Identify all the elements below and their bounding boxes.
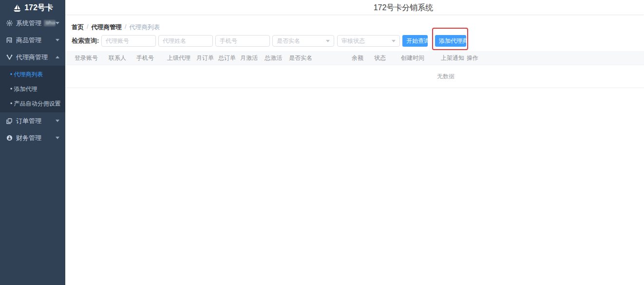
chevron-down-icon (56, 120, 59, 122)
realname-select[interactable]: 是否实名 (272, 35, 334, 47)
column-header: 上架通知 (441, 51, 464, 65)
sailboat-logo-icon (12, 3, 22, 13)
app-logo: 172号卡 (0, 0, 65, 15)
sidebar-item-finance[interactable]: 财务管理 (0, 129, 65, 146)
column-header: 操作 (467, 51, 478, 65)
column-header: 余额 (352, 51, 363, 65)
breadcrumb-separator: / (87, 23, 88, 32)
submenu-item-label: 代理商列表 (10, 71, 43, 79)
sidebar-item-system[interactable]: 系统管理 0/home (0, 15, 65, 32)
chevron-down-icon (326, 40, 330, 42)
table-bottom-divider (65, 88, 644, 88)
window: 172号卡 系统管理 0/home (0, 0, 644, 285)
agent-name-input[interactable] (158, 35, 213, 47)
table-header-row: 登录账号 联系人 手机号 上级代理 月订单 总订单 月激活 总激活 是否实名 余… (65, 51, 644, 65)
sidebar-item-agents[interactable]: 代理商管理 (0, 49, 65, 66)
column-header: 是否实名 (289, 51, 312, 65)
chevron-down-icon (56, 22, 59, 24)
sidebar: 172号卡 系统管理 0/home (0, 0, 65, 285)
audit-select-value: 审核状态 (341, 37, 365, 45)
sidebar-item-label: 系统管理 (16, 19, 41, 28)
top-header: 172号卡分销系统 (65, 0, 644, 15)
column-header: 创建时间 (401, 51, 424, 65)
chevron-up-icon (56, 56, 59, 58)
sidebar-item-label: 商品管理 (16, 36, 41, 45)
column-header: 月订单 (196, 51, 214, 65)
sidebar-subitem-agent-list[interactable]: 代理商列表 (0, 67, 65, 82)
search-filter-bar: 检索查询: 是否实名 审核状态 开始查询 添加代理商 (72, 35, 466, 47)
audit-status-select[interactable]: 审核状态 (337, 35, 400, 47)
breadcrumb-home[interactable]: 首页 (72, 23, 84, 32)
add-agent-button-wrapper: 添加代理商 (435, 35, 466, 47)
gear-icon (6, 20, 13, 27)
column-header: 登录账号 (75, 51, 98, 65)
phone-input[interactable] (215, 35, 270, 47)
main-content: 首页 / 代理商管理 / 代理商列表 检索查询: 是否实名 审核状态 开始查询 … (65, 16, 644, 285)
column-header: 状态 (374, 51, 386, 65)
sidebar-subitem-add-agent[interactable]: 添加代理 (0, 82, 65, 96)
breadcrumb-agent-management[interactable]: 代理商管理 (91, 23, 122, 32)
sidebar-item-label: 代理商管理 (16, 53, 48, 62)
blurred-badge: 0/home (44, 20, 56, 26)
page-title: 172号卡分销系统 (374, 0, 434, 15)
breadcrumb-agent-list: 代理商列表 (129, 23, 160, 32)
column-header: 上级代理 (167, 51, 190, 65)
app-logo-text: 172号卡 (24, 3, 53, 13)
column-header: 月激活 (240, 51, 258, 65)
chevron-down-icon (392, 40, 396, 42)
sidebar-subitem-auto-commission[interactable]: 产品自动分佣设置 (0, 96, 65, 111)
column-header: 总激活 (265, 51, 282, 65)
agent-icon (6, 54, 13, 61)
breadcrumb-separator: / (125, 23, 126, 32)
column-header: 联系人 (109, 51, 126, 65)
realname-select-value: 是否实名 (277, 37, 300, 45)
breadcrumb: 首页 / 代理商管理 / 代理商列表 (72, 23, 160, 32)
column-header: 手机号 (136, 51, 154, 65)
sidebar-item-label: 订单管理 (16, 117, 41, 125)
agents-submenu: 代理商列表 添加代理 产品自动分佣设置 (0, 66, 65, 112)
column-header: 总订单 (218, 51, 236, 65)
finance-icon (6, 135, 13, 142)
sidebar-item-products[interactable]: 商品管理 (0, 32, 65, 49)
agent-account-input[interactable] (101, 35, 156, 47)
goods-icon (6, 37, 13, 44)
chevron-down-icon (56, 137, 59, 139)
start-query-button[interactable]: 开始查询 (402, 35, 428, 47)
submenu-item-label: 添加代理 (10, 85, 38, 93)
orders-icon (6, 118, 13, 125)
filter-label: 检索查询: (72, 36, 99, 45)
add-agent-button[interactable]: 添加代理商 (435, 35, 466, 47)
submenu-item-label: 产品自动分佣设置 (10, 100, 61, 108)
empty-state-text: 无数据 (437, 72, 455, 81)
chevron-down-icon (56, 39, 59, 41)
sidebar-item-orders[interactable]: 订单管理 (0, 112, 65, 129)
sidebar-item-label: 财务管理 (16, 134, 41, 142)
